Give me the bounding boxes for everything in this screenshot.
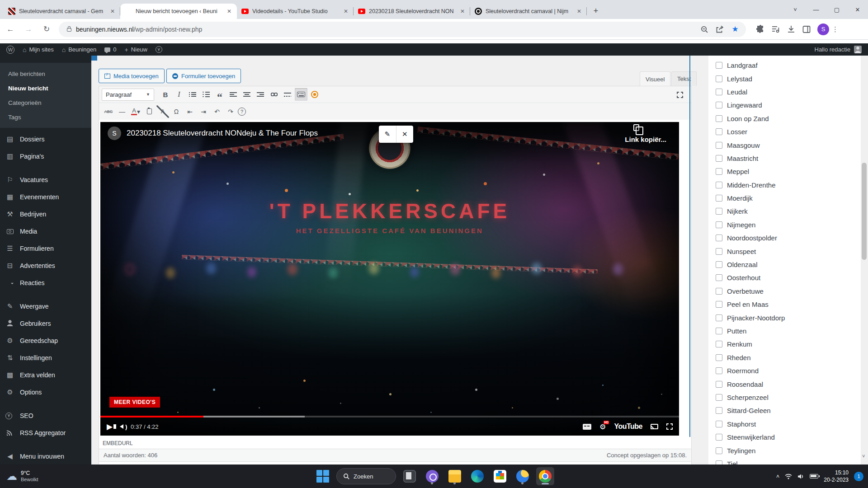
sidebar-item-rss-aggregator[interactable]: RSS Aggregator: [0, 424, 91, 441]
taskbar-app-camera-app[interactable]: [423, 467, 441, 485]
taskbar-app-window-app[interactable]: [401, 467, 419, 485]
region-checkbox[interactable]: [716, 367, 722, 374]
region-checkbox[interactable]: [716, 434, 722, 441]
extensions-puzzle-icon[interactable]: [754, 23, 767, 36]
settings-gear-icon[interactable]: ⚙HD: [599, 422, 606, 431]
paste-as-text-button[interactable]: [143, 105, 156, 118]
region-checkbox[interactable]: [716, 75, 722, 82]
add-form-button[interactable]: Formulier toevoegen: [166, 69, 241, 83]
remove-embed-button[interactable]: ✕: [396, 126, 414, 143]
region-checkbox[interactable]: [716, 381, 722, 388]
play-button[interactable]: ▶: [107, 422, 113, 432]
post-editor-canvas[interactable]: 'T PLEKKERSCAFE HET GEZELLIGSTE CAFÉ VAN…: [99, 120, 692, 488]
youtube-logo[interactable]: YouTube: [614, 422, 642, 431]
taskbar-app-chrome[interactable]: [536, 467, 554, 485]
align-center-button[interactable]: [241, 88, 253, 101]
region-checkbox[interactable]: [716, 354, 722, 361]
region-checkbox[interactable]: [716, 274, 722, 281]
weather-widget[interactable]: ☁ 9°C Bewolkt: [6, 470, 38, 483]
region-checkbox[interactable]: [716, 128, 722, 135]
region-checkbox[interactable]: [716, 235, 722, 241]
toolbar-toggle-button[interactable]: [295, 88, 307, 101]
tab-close-icon[interactable]: ✕: [108, 7, 117, 15]
region-checkbox[interactable]: [716, 328, 722, 334]
browser-tab-1[interactable]: Sleuteloverdracht carnaval - Gem✕: [4, 4, 120, 19]
volume-icon[interactable]: [120, 424, 123, 429]
scrollbar-thumb[interactable]: [862, 163, 867, 260]
region-checkbox[interactable]: [716, 221, 722, 228]
region-checkbox[interactable]: [716, 182, 722, 188]
align-left-button[interactable]: [227, 88, 240, 101]
browser-tab-4[interactable]: 20230218 Sleuteloverdracht NON✕: [354, 4, 470, 19]
tab-close-icon[interactable]: ✕: [225, 7, 233, 15]
fullscreen-icon[interactable]: [666, 423, 673, 430]
copy-link-icon[interactable]: [633, 124, 639, 131]
taskbar-app-microsoft-store[interactable]: [491, 467, 509, 485]
region-checkbox[interactable]: [716, 301, 722, 308]
region-checkbox[interactable]: [716, 341, 722, 347]
sidebar-item-seo[interactable]: YSEO: [0, 407, 91, 424]
browser-tab-2[interactable]: Nieuw bericht toevoegen ‹ Beuni✕: [120, 4, 237, 19]
back-button[interactable]: ←: [3, 22, 18, 37]
admin-bar-site-name[interactable]: ⌂Beuningen: [62, 46, 97, 53]
video-title[interactable]: 20230218 Sleuteloverdracht NONdeju & The…: [127, 129, 318, 138]
browser-tab-3[interactable]: Videodetails - YouTube Studio✕: [237, 4, 354, 19]
wifi-icon[interactable]: [785, 474, 792, 479]
bookmark-star-icon[interactable]: ★: [729, 23, 741, 36]
channel-avatar[interactable]: S: [108, 127, 121, 140]
downloads-icon[interactable]: [785, 23, 797, 36]
redo-button[interactable]: ↷: [224, 105, 237, 118]
sidebar-item-options[interactable]: ⚙Options: [0, 384, 91, 401]
url-bar[interactable]: beuningen.nieuws.nl/wp-admin/post-new.ph…: [59, 22, 746, 37]
region-checkbox[interactable]: [716, 447, 722, 454]
region-checkbox[interactable]: [716, 115, 722, 122]
align-right-button[interactable]: [254, 88, 267, 101]
clock-widget[interactable]: 15:10 20-2-2023: [824, 469, 849, 483]
sidebar-item-gebruikers[interactable]: Gebruikers: [0, 315, 91, 332]
region-checkbox[interactable]: [716, 421, 722, 427]
region-checkbox[interactable]: [716, 155, 722, 162]
numbered-list-button[interactable]: [200, 88, 212, 101]
cast-icon[interactable]: [651, 424, 658, 429]
sidebar-item-gereedschap[interactable]: ⚙Gereedschap: [0, 332, 91, 349]
forward-button[interactable]: →: [21, 22, 36, 37]
playlist-extension-icon[interactable]: [769, 23, 782, 36]
submenu-item-tags[interactable]: Tags: [0, 110, 91, 124]
special-character-button[interactable]: Ω: [170, 105, 183, 118]
taskbar-app-file-explorer[interactable]: [446, 467, 464, 485]
zoom-out-icon[interactable]: [698, 23, 711, 36]
browser-tab-5[interactable]: Sleuteloverdracht carnaval | Nijm✕: [470, 4, 587, 19]
youtube-embed-player[interactable]: 'T PLEKKERSCAFE HET GEZELLIGSTE CAFÉ VAN…: [100, 122, 679, 436]
window-maximize-button[interactable]: ▢: [826, 0, 847, 19]
copy-link-label[interactable]: Link kopiër...: [625, 136, 666, 143]
share-icon[interactable]: [713, 23, 726, 36]
tray-chevron-icon[interactable]: ˄: [776, 473, 780, 480]
taskbar-search[interactable]: Zoeken: [336, 468, 396, 484]
region-checkbox[interactable]: [716, 261, 722, 268]
region-checkbox[interactable]: [716, 394, 722, 401]
sidebar-item-vacatures[interactable]: ⚐Vacatures: [0, 171, 91, 188]
region-checkbox[interactable]: [716, 168, 722, 175]
notification-badge[interactable]: 1: [854, 472, 863, 481]
text-color-button[interactable]: A ▾: [129, 105, 142, 118]
clear-formatting-button[interactable]: A: [156, 105, 169, 118]
region-checkbox[interactable]: [716, 407, 722, 414]
strikethrough-button[interactable]: ABC: [102, 105, 115, 118]
captions-button[interactable]: [583, 424, 591, 430]
link-button[interactable]: [268, 88, 280, 101]
region-checkbox[interactable]: [716, 208, 722, 215]
edit-embed-button[interactable]: ✎: [379, 126, 396, 143]
sidebar-item-media[interactable]: Media: [0, 223, 91, 240]
sidebar-item-weergave[interactable]: ✎Weergave: [0, 298, 91, 315]
region-checkbox[interactable]: [716, 62, 722, 69]
sidebar-item-formulieren[interactable]: ☰Formulieren: [0, 240, 91, 257]
window-minimize-button[interactable]: —: [806, 0, 826, 19]
sidebar-item-dossiers[interactable]: ▤Dossiers: [0, 131, 91, 148]
start-button[interactable]: [314, 467, 332, 485]
region-checkbox[interactable]: [716, 102, 722, 108]
more-videos-badge[interactable]: MEER VIDEO'S: [109, 397, 160, 408]
admin-bar-my-sites[interactable]: ⌂Mijn sites: [23, 46, 54, 53]
tab-close-icon[interactable]: ✕: [575, 7, 583, 15]
horizontal-rule-button[interactable]: —: [116, 105, 128, 118]
sidebar-item-advertenties[interactable]: ⊟Advertenties: [0, 257, 91, 274]
